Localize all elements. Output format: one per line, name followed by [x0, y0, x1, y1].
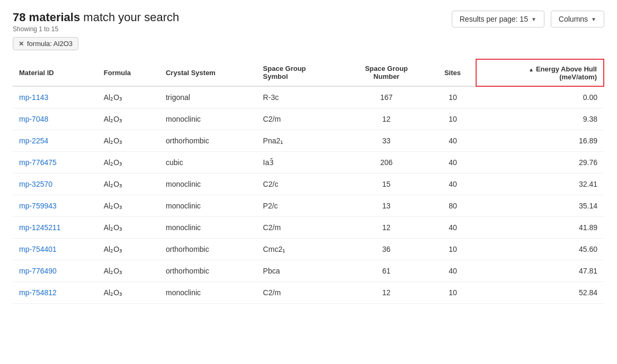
- cell-sites: 40: [430, 174, 476, 195]
- material-id-link[interactable]: mp-754812: [19, 288, 57, 297]
- cell-sites: 40: [430, 260, 476, 282]
- chevron-down-icon: ▼: [531, 16, 536, 22]
- cell-sites: 10: [430, 239, 476, 260]
- cell-space-group-symbol: Pbca: [257, 260, 343, 282]
- cell-energy-above-hull: 41.89: [476, 217, 604, 239]
- cell-sites: 80: [430, 195, 476, 217]
- cell-material-id: mp-1143: [13, 86, 97, 108]
- columns-button[interactable]: Columns ▼: [551, 11, 604, 28]
- cell-energy-above-hull: 52.84: [476, 282, 604, 304]
- cell-formula: Al₂O₃: [97, 217, 159, 239]
- cell-formula: Al₂O₃: [97, 108, 159, 130]
- cell-material-id: mp-2254: [13, 130, 97, 152]
- material-id-link[interactable]: mp-1143: [19, 93, 48, 102]
- cell-space-group-symbol: C2/c: [257, 174, 343, 195]
- table-row: mp-2254Al₂O₃orthorhombicPna2₁334016.89: [13, 130, 604, 152]
- cell-material-id: mp-759943: [13, 195, 97, 217]
- material-id-link[interactable]: mp-754401: [19, 245, 57, 253]
- cell-formula: Al₂O₃: [97, 195, 159, 217]
- cell-energy-above-hull: 0.00: [476, 86, 604, 108]
- controls-bar: Results per page: 15 ▼ Columns ▼: [452, 11, 604, 28]
- cell-energy-above-hull: 47.81: [476, 260, 604, 282]
- table-row: mp-1245211Al₂O₃monoclinicC2/m124041.89: [13, 217, 604, 239]
- cell-space-group-symbol: C2/m: [257, 217, 343, 239]
- cell-crystal-system: monoclinic: [159, 108, 257, 130]
- cell-crystal-system: monoclinic: [159, 174, 257, 195]
- material-id-link[interactable]: mp-776475: [19, 158, 57, 167]
- cell-sites: 40: [430, 130, 476, 152]
- material-id-link[interactable]: mp-2254: [19, 136, 48, 145]
- cell-crystal-system: monoclinic: [159, 217, 257, 239]
- cell-material-id: mp-1245211: [13, 217, 97, 239]
- cell-space-group-number: 12: [343, 282, 430, 304]
- cell-formula: Al₂O₃: [97, 260, 159, 282]
- cell-material-id: mp-754812: [13, 282, 97, 304]
- cell-energy-above-hull: 16.89: [476, 130, 604, 152]
- col-header-energy-above-hull[interactable]: ▲Energy Above Hull(meV/atom): [476, 59, 604, 86]
- cell-sites: 10: [430, 108, 476, 130]
- col-header-space-group-symbol: Space GroupSymbol: [257, 59, 343, 86]
- cell-space-group-symbol: Pna2₁: [257, 130, 343, 152]
- cell-material-id: mp-32570: [13, 174, 97, 195]
- results-per-page-button[interactable]: Results per page: 15 ▼: [452, 11, 544, 28]
- col-header-material-id: Material ID: [13, 59, 97, 86]
- formula-filter-chip[interactable]: ✕ formula: Al2O3: [13, 37, 78, 50]
- cell-crystal-system: cubic: [159, 152, 257, 174]
- col-header-space-group-number: Space GroupNumber: [343, 59, 430, 86]
- cell-energy-above-hull: 35.14: [476, 195, 604, 217]
- cell-energy-above-hull: 32.41: [476, 174, 604, 195]
- table-header-row: Material ID Formula Crystal System Space…: [13, 59, 604, 86]
- cell-space-group-number: 206: [343, 152, 430, 174]
- cell-space-group-symbol: P2/c: [257, 195, 343, 217]
- subtitle: Showing 1 to 15: [13, 25, 179, 33]
- cell-material-id: mp-7048: [13, 108, 97, 130]
- cell-energy-above-hull: 29.76: [476, 152, 604, 174]
- table-row: mp-1143Al₂O₃trigonalR-3c167100.00: [13, 86, 604, 108]
- remove-filter-icon[interactable]: ✕: [19, 40, 24, 48]
- cell-material-id: mp-776490: [13, 260, 97, 282]
- filter-row: ✕ formula: Al2O3: [13, 37, 604, 50]
- cell-crystal-system: orthorhombic: [159, 260, 257, 282]
- title-rest: match your search: [80, 11, 179, 24]
- cell-sites: 10: [430, 86, 476, 108]
- cell-crystal-system: orthorhombic: [159, 130, 257, 152]
- cell-energy-above-hull: 9.38: [476, 108, 604, 130]
- cell-sites: 10: [430, 282, 476, 304]
- col-header-crystal-system: Crystal System: [159, 59, 257, 86]
- cell-energy-above-hull: 45.60: [476, 239, 604, 260]
- cell-crystal-system: monoclinic: [159, 282, 257, 304]
- material-id-link[interactable]: mp-776490: [19, 267, 57, 275]
- title-block: 78 materials match your search Showing 1…: [13, 11, 179, 33]
- page-header: 78 materials match your search Showing 1…: [13, 11, 604, 33]
- cell-crystal-system: orthorhombic: [159, 239, 257, 260]
- cell-crystal-system: monoclinic: [159, 195, 257, 217]
- cell-formula: Al₂O₃: [97, 174, 159, 195]
- chevron-down-icon: ▼: [591, 16, 596, 22]
- table-row: mp-754401Al₂O₃orthorhombicCmc2₁361045.60: [13, 239, 604, 260]
- result-count: 78 materials: [13, 11, 80, 24]
- cell-space-group-number: 12: [343, 217, 430, 239]
- cell-space-group-symbol: Cmc2₁: [257, 239, 343, 260]
- cell-space-group-number: 33: [343, 130, 430, 152]
- cell-space-group-symbol: R-3c: [257, 86, 343, 108]
- cell-formula: Al₂O₃: [97, 282, 159, 304]
- cell-space-group-symbol: C2/m: [257, 282, 343, 304]
- table-row: mp-7048Al₂O₃monoclinicC2/m12109.38: [13, 108, 604, 130]
- cell-formula: Al₂O₃: [97, 239, 159, 260]
- table-row: mp-32570Al₂O₃monoclinicC2/c154032.41: [13, 174, 604, 195]
- material-id-link[interactable]: mp-32570: [19, 180, 52, 188]
- cell-sites: 40: [430, 217, 476, 239]
- table-row: mp-776475Al₂O₃cubicIa3̄2064029.76: [13, 152, 604, 174]
- cell-space-group-number: 167: [343, 86, 430, 108]
- cell-space-group-number: 15: [343, 174, 430, 195]
- material-id-link[interactable]: mp-7048: [19, 115, 48, 123]
- columns-label: Columns: [559, 15, 588, 23]
- cell-crystal-system: trigonal: [159, 86, 257, 108]
- col-header-formula: Formula: [97, 59, 159, 86]
- filter-chip-label: formula: Al2O3: [27, 40, 73, 48]
- material-id-link[interactable]: mp-1245211: [19, 223, 61, 232]
- cell-sites: 40: [430, 152, 476, 174]
- material-id-link[interactable]: mp-759943: [19, 202, 57, 210]
- cell-space-group-symbol: C2/m: [257, 108, 343, 130]
- cell-formula: Al₂O₃: [97, 152, 159, 174]
